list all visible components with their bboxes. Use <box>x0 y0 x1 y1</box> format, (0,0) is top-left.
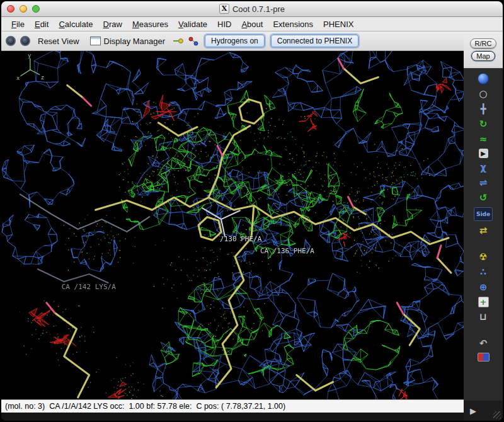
x11-app-icon: X <box>219 4 229 14</box>
recentre-view-icon[interactable]: ○ <box>478 88 489 100</box>
statusbar: (mol. no: 3) CA /1/A/142 LYS occ: 1.00 b… <box>1 399 464 413</box>
gl-canvas[interactable] <box>1 51 464 399</box>
delete-item-icon[interactable]: ⊔ <box>478 311 489 322</box>
menu-item-measures[interactable]: Measures <box>127 18 173 30</box>
menu-item-file[interactable]: File <box>6 18 30 30</box>
window-controls <box>7 1 40 16</box>
undo-icon[interactable]: ↶ <box>478 338 489 349</box>
menubar: File Edit Calculate Draw Measures Valida… <box>1 17 503 31</box>
menu-item-about[interactable]: About <box>236 18 268 30</box>
reset-view-button[interactable]: Reset View <box>35 35 83 47</box>
mutate-residue-icon[interactable]: ☢ <box>478 251 489 263</box>
torsion-general-icon[interactable]: ⇌ <box>478 177 489 188</box>
right-panel-footer: ▶ <box>464 401 503 421</box>
display-manager-icon <box>90 37 101 45</box>
run-refmac-icon[interactable] <box>478 353 490 362</box>
window-title: Coot 0.7.1-pre <box>232 4 285 14</box>
rrc-button[interactable]: R/RC <box>470 38 497 48</box>
window-title-area: X Coot 0.7.1-pre <box>219 4 285 14</box>
right-panel-header: R/RC Map <box>464 31 503 69</box>
display-manager-label: Display Manager <box>104 37 166 46</box>
translate-zone-icon[interactable]: ╋ <box>478 103 489 115</box>
add-terminal-residue-icon[interactable]: ∴ <box>478 266 489 278</box>
close-button[interactable] <box>7 5 14 13</box>
toolbar: Reset View Display Manager <box>1 31 464 51</box>
right-panel: R/RC Map ○╋↻≈▶χ⇌↺Side⇄☢∴⊕+⊔↶ ▶ <box>464 31 503 421</box>
edit-chi-angles-icon[interactable]: χ <box>478 162 489 173</box>
coot-window: X Coot 0.7.1-pre File Edit Calculate Dra… <box>1 1 503 421</box>
titlebar[interactable]: X Coot 0.7.1-pre <box>1 1 503 17</box>
modelling-toolbar: ○╋↻≈▶χ⇌↺Side⇄☢∴⊕+⊔↶ <box>464 69 503 401</box>
hydrogens-toggle-button[interactable]: Hydrogens on <box>205 35 265 47</box>
place-atom-icon[interactable]: + <box>478 297 489 307</box>
menu-item-calculate[interactable]: Calculate <box>54 18 98 30</box>
pointer-triangle-icon[interactable]: ▶ <box>479 149 488 158</box>
menu-item-hid[interactable]: HID <box>212 18 236 30</box>
add-alt-conf-icon[interactable]: ⊕ <box>478 282 489 293</box>
map-button[interactable]: Map <box>471 51 495 61</box>
go-to-atom-icon[interactable] <box>173 37 184 45</box>
side-chain-flip-icon[interactable]: Side <box>474 207 493 221</box>
target-icon-2[interactable] <box>20 36 30 46</box>
menu-item-extensions[interactable]: Extensions <box>268 18 318 30</box>
go-to-ligand-icon[interactable] <box>188 37 198 46</box>
menu-item-validate[interactable]: Validate <box>173 18 212 30</box>
minimize-button[interactable] <box>20 5 27 13</box>
window-bottom-edge <box>1 413 464 421</box>
gl-viewport[interactable]: /130 PHE/ACA /136 PHE/ACA /142 LYS/A <box>1 51 464 399</box>
real-space-refine-icon[interactable]: ↻ <box>478 118 489 130</box>
zoom-button[interactable] <box>32 5 40 13</box>
target-icon[interactable] <box>6 36 16 46</box>
phenix-status-button[interactable]: Connected to PHENIX <box>271 35 358 47</box>
menu-item-draw[interactable]: Draw <box>98 18 127 30</box>
display-manager-button[interactable]: Display Manager <box>87 35 169 47</box>
menu-item-phenix[interactable]: PHENIX <box>318 18 358 30</box>
jed-flip-icon[interactable]: ⇄ <box>478 225 489 236</box>
menu-item-edit[interactable]: Edit <box>30 18 54 30</box>
resize-grip-icon[interactable] <box>493 411 501 419</box>
flip-peptide-icon[interactable]: ↺ <box>478 192 489 203</box>
status-text: (mol. no: 3) CA /1/A/142 LYS occ: 1.00 b… <box>5 402 285 411</box>
regularize-zone-icon[interactable]: ≈ <box>478 134 489 145</box>
statusbar-expand-icon[interactable]: ▶ <box>470 406 476 416</box>
rotate-sphere-icon[interactable] <box>478 73 489 84</box>
